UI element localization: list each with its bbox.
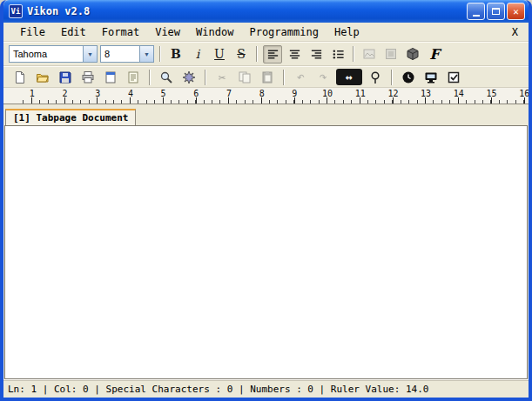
underline-icon: U xyxy=(214,48,225,60)
print-button[interactable] xyxy=(78,68,98,86)
page-setup-icon xyxy=(104,70,118,84)
separator xyxy=(353,46,354,62)
print-icon xyxy=(81,70,95,84)
menu-window[interactable]: Window xyxy=(188,24,241,40)
paste-button[interactable] xyxy=(258,68,277,86)
maximize-button[interactable] xyxy=(487,3,505,20)
menu-edit[interactable]: Edit xyxy=(53,24,94,40)
burst-icon xyxy=(182,70,196,84)
horizontal-arrow-icon: ↔ xyxy=(346,70,353,84)
tab-bar: [1] Tabpage Document xyxy=(3,104,529,125)
new-document-button[interactable] xyxy=(10,68,30,86)
menu-view[interactable]: View xyxy=(147,24,188,40)
replace-button[interactable] xyxy=(179,68,199,86)
checkbox-icon xyxy=(447,70,461,84)
status-text: Ln: 1 | Col: 0 | Special Characters : 0 … xyxy=(8,384,428,395)
location-pin-icon xyxy=(368,70,382,84)
ruler-ticks-major xyxy=(31,97,529,104)
bullet-list-button[interactable] xyxy=(328,45,347,63)
italic-button[interactable]: i xyxy=(188,45,207,63)
align-center-icon xyxy=(288,48,301,61)
cube-3d-button[interactable] xyxy=(403,45,422,63)
horizontal-scroll-toggle[interactable]: ↔ xyxy=(336,69,362,85)
align-right-icon xyxy=(310,48,323,61)
mdi-close-button[interactable]: X xyxy=(512,26,518,38)
undo-button[interactable]: ↶ xyxy=(291,68,310,86)
separator xyxy=(283,70,285,85)
search-icon xyxy=(159,70,173,84)
menubar: File Edit Format View Window Programming… xyxy=(3,23,529,42)
bold-icon: B xyxy=(171,48,181,60)
formula-button[interactable]: F xyxy=(425,45,444,63)
minimize-button[interactable] xyxy=(467,3,485,20)
document-editor[interactable] xyxy=(4,125,528,379)
insert-object-icon xyxy=(384,47,398,61)
separator xyxy=(149,70,151,85)
menu-programming[interactable]: Programming xyxy=(241,24,326,40)
insert-image-icon xyxy=(362,47,376,61)
paste-icon xyxy=(260,70,274,84)
window-controls: ✕ xyxy=(467,3,525,20)
save-button[interactable] xyxy=(56,68,75,86)
open-folder-icon xyxy=(36,70,50,84)
close-button[interactable]: ✕ xyxy=(507,3,525,20)
ruler[interactable]: 1 2 3 4 5 6 7 8 9 10 11 12 13 14 15 16 xyxy=(3,88,529,104)
separator xyxy=(159,46,161,62)
menu-format[interactable]: Format xyxy=(94,24,147,40)
undo-icon: ↶ xyxy=(296,70,304,84)
copy-icon xyxy=(238,70,252,84)
align-left-icon xyxy=(266,48,279,61)
cube-3d-icon xyxy=(406,47,420,61)
minimize-icon xyxy=(473,15,480,17)
titlebar[interactable]: Vi Vikon v2.8 ✕ xyxy=(3,0,529,23)
bullet-list-icon xyxy=(332,48,345,61)
font-select[interactable]: Tahoma ▼ xyxy=(9,45,98,63)
monitor-icon xyxy=(424,70,438,84)
redo-icon: ↷ xyxy=(319,70,327,84)
clock-icon xyxy=(401,70,415,84)
page-setup-button[interactable] xyxy=(101,68,120,86)
app-icon: Vi xyxy=(9,4,23,18)
menu-help[interactable]: Help xyxy=(327,24,367,40)
italic-icon: i xyxy=(196,48,199,60)
align-right-button[interactable] xyxy=(306,45,326,63)
application-window: Vi Vikon v2.8 ✕ File Edit Format View Wi… xyxy=(0,0,532,401)
align-center-button[interactable] xyxy=(285,45,304,63)
monitor-button[interactable] xyxy=(421,68,441,86)
insert-object-button[interactable] xyxy=(381,45,401,63)
new-document-icon xyxy=(13,70,27,84)
main-toolbar: ✂ ↶ ↷ ↔ xyxy=(3,66,529,88)
scissors-icon: ✂ xyxy=(219,71,226,84)
align-left-button[interactable] xyxy=(263,45,282,63)
format-toolbar: Tahoma ▼ 8 ▼ B i U S xyxy=(3,42,529,66)
chevron-down-icon[interactable]: ▼ xyxy=(83,46,97,62)
statusbar: Ln: 1 | Col: 0 | Special Characters : 0 … xyxy=(3,379,529,398)
font-size-select[interactable]: 8 ▼ xyxy=(100,45,154,63)
window-title: Vikon v2.8 xyxy=(27,5,467,17)
bold-button[interactable]: B xyxy=(166,45,185,63)
close-icon: ✕ xyxy=(513,6,519,17)
copy-button[interactable] xyxy=(235,68,254,86)
cut-button[interactable]: ✂ xyxy=(212,68,232,86)
notes-button[interactable] xyxy=(124,68,143,86)
formula-icon: F xyxy=(429,46,439,63)
chevron-down-icon[interactable]: ▼ xyxy=(139,46,153,62)
strikethrough-icon: S xyxy=(237,48,246,60)
location-pin-button[interactable] xyxy=(366,68,385,86)
menu-file[interactable]: File xyxy=(12,24,53,40)
tab-document-1[interactable]: [1] Tabpage Document xyxy=(5,109,136,125)
separator xyxy=(391,70,393,85)
search-button[interactable] xyxy=(157,68,176,86)
separator xyxy=(256,46,258,62)
open-button[interactable] xyxy=(33,68,52,86)
font-size-value: 8 xyxy=(101,49,139,59)
underline-button[interactable]: U xyxy=(210,45,229,63)
clock-button[interactable] xyxy=(399,68,418,86)
checkbox-button[interactable] xyxy=(444,68,463,86)
strikethrough-button[interactable]: S xyxy=(232,45,251,63)
insert-image-button[interactable] xyxy=(360,45,379,63)
separator xyxy=(205,70,206,85)
notes-icon xyxy=(126,70,140,84)
redo-button[interactable]: ↷ xyxy=(313,68,333,86)
save-icon xyxy=(58,70,72,84)
